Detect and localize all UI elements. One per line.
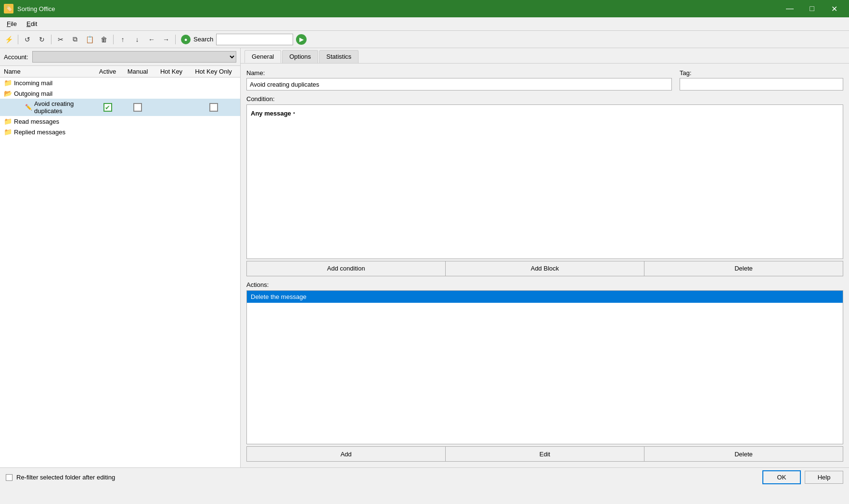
name-label: Name: <box>246 69 672 77</box>
minimize-button[interactable]: — <box>779 0 801 17</box>
condition-box: Any message· <box>246 104 843 259</box>
tab-general[interactable]: General <box>244 50 281 63</box>
restore-button[interactable]: □ <box>801 0 823 17</box>
folder-open-icon: 📂 <box>4 90 12 97</box>
tree-item-label: Read messages <box>14 118 236 125</box>
actions-label: Actions: <box>246 281 843 288</box>
account-label: Account: <box>4 53 28 61</box>
toolbar-sep-3 <box>113 35 114 44</box>
toolbar-sep-1 <box>18 35 18 44</box>
tree-item-label: Incoming mail <box>14 79 236 87</box>
action-item[interactable]: Delete the message <box>247 291 843 303</box>
manual-checkbox[interactable] <box>123 103 152 112</box>
folder-icon: 📁 <box>4 128 12 136</box>
toolbar-sep-4 <box>175 35 176 44</box>
rule-tree: 📁 Incoming mail 📂 Outgoing mail ✏️ Avoid… <box>0 78 240 467</box>
bottom-left: Re-filter selected folder after editing <box>6 474 115 481</box>
add-block-button[interactable]: Add Block <box>446 261 644 276</box>
general-tab-content: Name: Tag: Condition: Any message· Add c… <box>241 64 849 467</box>
hotkeyonly-checkbox[interactable] <box>191 103 236 112</box>
list-item[interactable]: 📂 Outgoing mail <box>0 88 240 99</box>
rule-icon: ✏️ <box>25 104 32 111</box>
copy-button[interactable]: ⧉ <box>68 33 82 46</box>
search-label: Search <box>193 36 213 43</box>
ok-button[interactable]: OK <box>762 470 801 484</box>
active-checkbox[interactable]: ✔ <box>92 103 123 112</box>
down-button[interactable]: ↓ <box>130 33 144 46</box>
tag-field-group: Tag: <box>680 69 843 90</box>
condition-label: Condition: <box>246 95 843 103</box>
account-bar: Account: <box>0 48 240 66</box>
add-condition-button[interactable]: Add condition <box>246 261 446 276</box>
tag-input[interactable] <box>680 78 843 90</box>
right-panel: General Options Statistics Name: Tag: Co… <box>241 48 849 467</box>
tab-statistics[interactable]: Statistics <box>319 50 359 63</box>
list-item[interactable]: 📁 Read messages <box>0 116 240 127</box>
delete-button[interactable]: 🗑 <box>97 33 111 46</box>
tree-item-label: Outgoing mail <box>14 90 236 97</box>
menubar: File Edit <box>0 17 849 31</box>
condition-dot: · <box>293 109 295 117</box>
titlebar: 🏷️ Sorting Office — □ ✕ <box>0 0 849 17</box>
col-hotkeyonly-header: Hot Key Only <box>191 68 236 75</box>
search-go-button[interactable]: ▶ <box>296 34 307 45</box>
refilter-checkbox[interactable] <box>6 474 13 481</box>
action-buttons: Add Edit Delete <box>246 446 843 462</box>
tab-options[interactable]: Options <box>282 50 318 63</box>
menu-file[interactable]: File <box>2 18 22 29</box>
cut-button[interactable]: ✂ <box>54 33 67 46</box>
delete-action-button[interactable]: Delete <box>644 446 843 462</box>
actions-list: Delete the message <box>246 290 843 445</box>
name-input[interactable] <box>246 78 672 90</box>
paste-button[interactable]: 📋 <box>83 33 96 46</box>
tree-header: Name Active Manual Hot Key Hot Key Only <box>0 66 240 78</box>
forward-button[interactable]: → <box>159 33 173 46</box>
list-item[interactable]: 📁 Replied messages <box>0 127 240 137</box>
condition-section: Condition: Any message· Add condition Ad… <box>246 95 843 276</box>
search-icon: ● <box>181 35 191 44</box>
app-icon: 🏷️ <box>4 4 13 13</box>
name-tag-row: Name: Tag: <box>246 69 843 90</box>
condition-text: Any message <box>251 110 291 117</box>
bottom-right: OK Help <box>762 470 843 484</box>
active-checked-icon: ✔ <box>103 103 112 112</box>
toolbar-sep-2 <box>51 35 51 44</box>
menu-edit[interactable]: Edit <box>22 18 42 29</box>
up-button[interactable]: ↑ <box>116 33 129 46</box>
col-active-header: Active <box>92 68 123 75</box>
folder-icon: 📁 <box>4 79 12 87</box>
search-area: ● Search ▶ <box>181 34 307 45</box>
tabs: General Options Statistics <box>241 48 849 64</box>
col-hotkey-header: Hot Key <box>152 68 191 75</box>
col-name-header: Name <box>4 68 92 75</box>
bottom-bar: Re-filter selected folder after editing … <box>0 467 849 487</box>
close-button[interactable]: ✕ <box>823 0 845 17</box>
col-manual-header: Manual <box>123 68 152 75</box>
undo-button[interactable]: ↺ <box>21 33 34 46</box>
condition-buttons: Add condition Add Block Delete <box>246 261 843 276</box>
add-action-button[interactable]: Add <box>246 446 446 462</box>
name-field-group: Name: <box>246 69 672 90</box>
tag-label: Tag: <box>680 69 843 77</box>
help-button[interactable]: Help <box>805 471 843 484</box>
edit-action-button[interactable]: Edit <box>446 446 644 462</box>
condition-delete-button[interactable]: Delete <box>644 261 843 276</box>
search-input[interactable] <box>216 34 293 45</box>
toolbar: ⚡ ↺ ↻ ✂ ⧉ 📋 🗑 ↑ ↓ ← → ● Search ▶ <box>0 31 849 48</box>
left-panel: Account: Name Active Manual Hot Key Hot … <box>0 48 241 467</box>
actions-section: Actions: Delete the message Add Edit Del… <box>246 281 843 462</box>
list-item[interactable]: 📁 Incoming mail <box>0 78 240 88</box>
hotkeyonly-unchecked-icon <box>209 103 218 112</box>
manual-unchecked-icon <box>133 103 142 112</box>
redo-button[interactable]: ↻ <box>35 33 49 46</box>
refilter-label: Re-filter selected folder after editing <box>16 474 115 481</box>
account-select[interactable] <box>32 51 236 63</box>
main-area: Account: Name Active Manual Hot Key Hot … <box>0 48 849 467</box>
app-title: Sorting Office <box>17 5 779 13</box>
tree-item-label: Avoid creating duplicates <box>34 100 92 115</box>
folder-icon: 📁 <box>4 117 12 125</box>
list-item[interactable]: ✏️ Avoid creating duplicates ✔ <box>0 99 240 116</box>
tree-item-label: Replied messages <box>14 129 236 136</box>
back-button[interactable]: ← <box>145 33 158 46</box>
filter-icon[interactable]: ⚡ <box>2 33 15 46</box>
